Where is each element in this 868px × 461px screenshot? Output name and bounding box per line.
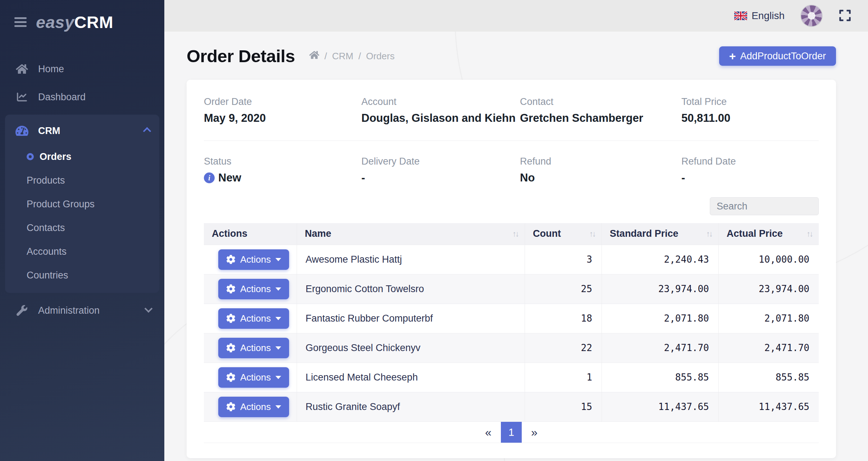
status-value: New	[218, 171, 241, 184]
product-count: 1	[525, 363, 602, 392]
user-avatar[interactable]	[800, 5, 823, 27]
row-actions-button[interactable]: Actions	[218, 338, 289, 358]
row-actions-button[interactable]: Actions	[218, 308, 289, 329]
sidebar-item-label: Dashboard	[38, 92, 86, 103]
gear-icon	[226, 373, 236, 382]
column-header-standard-price[interactable]: Standard Price↑↓	[602, 223, 718, 245]
field-value: 50,811.00	[681, 112, 819, 125]
info-icon[interactable]: i	[204, 172, 215, 183]
sidebar-subitem-label: Accounts	[27, 246, 67, 257]
standard-price: 11,437.65	[602, 392, 718, 421]
field-value: i New	[204, 171, 361, 184]
logo-easy: easy	[36, 13, 74, 32]
field-total-price: Total Price 50,811.00	[681, 96, 819, 125]
breadcrumb-home-icon[interactable]	[309, 50, 319, 62]
sidebar-item-home[interactable]: Home	[0, 55, 164, 83]
standard-price: 23,974.00	[602, 274, 718, 304]
sidebar-item-product-groups[interactable]: Product Groups	[5, 192, 159, 216]
row-actions-button[interactable]: Actions	[218, 397, 289, 417]
gear-icon	[226, 402, 236, 411]
chevron-down-icon	[146, 305, 151, 316]
field-label: Total Price	[681, 96, 819, 107]
search-input[interactable]	[710, 197, 819, 215]
actual-price: 2,071.80	[718, 304, 819, 333]
sidebar-crm-group: CRM Orders Products Product Groups Conta…	[5, 115, 159, 293]
field-label: Account	[361, 96, 520, 107]
caret-down-icon	[275, 405, 281, 409]
gear-icon	[226, 284, 236, 294]
chart-line-icon	[14, 92, 29, 102]
brand-row: easyCRM	[0, 0, 164, 32]
plus-icon: +	[729, 50, 736, 62]
caret-down-icon	[275, 258, 281, 261]
sidebar-item-dashboard[interactable]: Dashboard	[0, 83, 164, 111]
breadcrumb: / CRM / Orders	[309, 50, 394, 62]
fullscreen-icon[interactable]	[839, 9, 852, 23]
gear-icon	[226, 343, 236, 352]
actual-price: 11,437.65	[718, 392, 819, 421]
product-name: Licensed Metal Cheeseph	[297, 363, 525, 392]
product-name: Ergonomic Cotton Towelsro	[297, 274, 525, 304]
column-header-count[interactable]: Count↑↓	[525, 223, 602, 245]
row-actions-button[interactable]: Actions	[218, 367, 289, 388]
hamburger-menu-icon[interactable]	[14, 17, 27, 27]
logo-crm: CRM	[74, 13, 114, 32]
row-actions-button[interactable]: Actions	[218, 249, 289, 270]
sort-icon[interactable]: ↑↓	[807, 229, 812, 239]
row-actions-button[interactable]: Actions	[218, 279, 289, 299]
field-account: Account Douglas, Gislason and Kiehn	[361, 96, 520, 125]
column-header-name[interactable]: Name↑↓	[297, 223, 525, 245]
language-selector[interactable]: English	[734, 10, 785, 22]
chevron-up-icon	[144, 125, 150, 137]
sidebar-item-contacts[interactable]: Contacts	[5, 216, 159, 240]
sidebar-item-crm[interactable]: CRM	[5, 117, 159, 145]
order-details-card: Order Date May 9, 2020 Account Douglas, …	[187, 80, 836, 458]
page-title: Order Details	[187, 46, 295, 66]
pagination: « 1 »	[204, 421, 819, 443]
table-row: Actions Licensed Metal Cheeseph 1 855.85…	[204, 363, 819, 392]
sort-icon[interactable]: ↑↓	[706, 229, 712, 239]
field-label: Delivery Date	[361, 156, 520, 167]
field-value: -	[681, 171, 819, 184]
product-count: 25	[525, 274, 602, 304]
caret-down-icon	[275, 346, 281, 350]
column-header-actual-price[interactable]: Actual Price↑↓	[718, 223, 819, 245]
field-value: Gretchen Schamberger	[520, 112, 681, 125]
product-count: 22	[525, 333, 602, 363]
sidebar-subitem-label: Contacts	[27, 222, 65, 234]
field-label: Status	[204, 156, 361, 167]
pagination-prev-button[interactable]: «	[476, 422, 501, 443]
sidebar-item-accounts[interactable]: Accounts	[5, 240, 159, 263]
table-row: Actions Fantastic Rubber Computerbf 18 2…	[204, 304, 819, 333]
breadcrumb-orders[interactable]: Orders	[366, 51, 394, 62]
active-dot-icon	[27, 153, 34, 160]
field-contact: Contact Gretchen Schamberger	[520, 96, 681, 125]
field-refund-date: Refund Date -	[681, 156, 819, 184]
sidebar-item-administration[interactable]: Administration	[0, 296, 164, 324]
pagination-page-1[interactable]: 1	[501, 422, 522, 443]
sidebar-item-products[interactable]: Products	[5, 169, 159, 192]
order-fields-row-1: Order Date May 9, 2020 Account Douglas, …	[204, 96, 819, 141]
sort-icon[interactable]: ↑↓	[589, 229, 595, 239]
product-name: Gorgeous Steel Chickenyv	[297, 333, 525, 363]
standard-price: 2,471.70	[602, 333, 718, 363]
field-value: -	[361, 171, 520, 184]
table-row: Actions Rustic Granite Soapyf 15 11,437.…	[204, 392, 819, 421]
field-value: No	[520, 171, 681, 184]
app-logo[interactable]: easyCRM	[36, 12, 113, 32]
breadcrumb-crm[interactable]: CRM	[332, 51, 353, 62]
page-head: Order Details / CRM / Orders + AddProduc…	[187, 46, 836, 66]
topbar: English	[164, 0, 868, 32]
gear-icon	[226, 314, 236, 323]
sidebar-subitem-label: Orders	[40, 151, 72, 162]
breadcrumb-separator: /	[358, 51, 361, 62]
standard-price: 2,071.80	[602, 304, 718, 333]
caret-down-icon	[275, 287, 281, 291]
sort-icon[interactable]: ↑↓	[512, 229, 518, 239]
search-row	[204, 197, 819, 215]
sidebar-item-countries[interactable]: Countries	[5, 263, 159, 287]
sidebar-item-orders[interactable]: Orders	[5, 145, 159, 169]
caret-down-icon	[275, 317, 281, 320]
add-product-to-order-button[interactable]: + AddProductToOrder	[719, 46, 836, 66]
pagination-next-button[interactable]: »	[522, 422, 547, 443]
